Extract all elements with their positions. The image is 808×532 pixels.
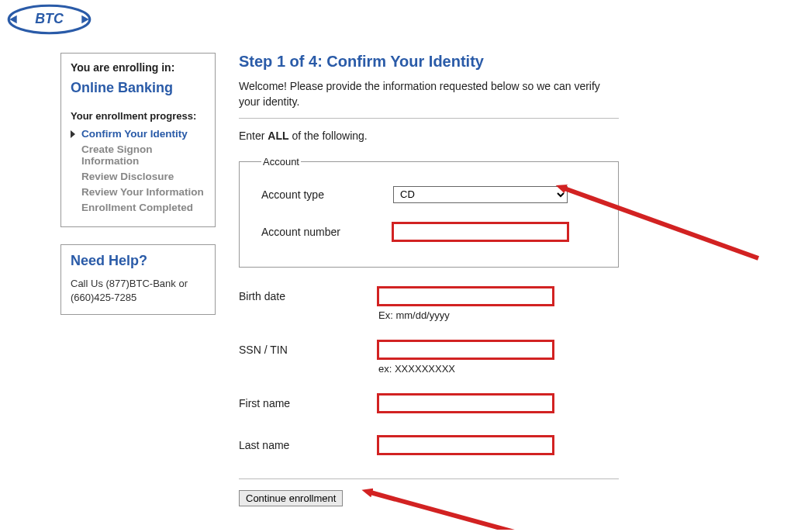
label-birth-date: Birth date — [239, 288, 378, 302]
divider-bottom — [239, 478, 619, 479]
enrolling-in-label: You are enrolling in: — [71, 61, 205, 74]
account-fieldset: Account Account type CD Account number — [239, 156, 619, 268]
enter-all-word: ALL — [268, 130, 288, 142]
need-help-box: Need Help? Call Us (877)BTC-Bank or (660… — [60, 244, 216, 315]
label-account-type: Account type — [261, 186, 393, 201]
logo-area: BTC — [0, 0, 808, 39]
btc-logo: BTC — [5, 3, 94, 36]
need-help-heading: Need Help? — [71, 253, 205, 269]
label-account-number: Account number — [261, 223, 393, 238]
label-ssn-tin: SSN / TIN — [239, 341, 378, 356]
svg-text:BTC: BTC — [35, 11, 64, 26]
highlight-birth-date — [378, 288, 553, 305]
step-confirm-identity: Confirm Your Identity — [71, 128, 205, 140]
highlight-account-number — [393, 223, 568, 240]
need-help-text: Call Us (877)BTC-Bank or (660)425-7285 — [71, 277, 205, 305]
highlight-ssn — [378, 341, 553, 358]
last-name-input[interactable] — [378, 437, 553, 454]
page-title: Step 1 of 4: Confirm Your Identity — [239, 53, 619, 71]
label-first-name: First name — [239, 395, 378, 409]
account-number-input[interactable] — [393, 223, 568, 240]
ssn-input[interactable] — [378, 341, 553, 358]
ssn-hint: ex: XXXXXXXXX — [378, 363, 553, 375]
highlight-last-name — [378, 437, 553, 454]
enter-suffix: of the following. — [289, 130, 368, 142]
welcome-text: Welcome! Please provide the information … — [239, 78, 619, 110]
enrollment-status-box: You are enrolling in: Online Banking You… — [60, 53, 216, 227]
progress-steps: Confirm Your Identity Create Signon Info… — [71, 128, 205, 213]
birth-date-input[interactable] — [378, 288, 553, 305]
account-type-select[interactable]: CD — [393, 186, 568, 203]
step-create-signon: Create Signon Information — [71, 143, 205, 167]
label-last-name: Last name — [239, 437, 378, 451]
enter-all-line: Enter ALL of the following. — [239, 130, 619, 142]
divider-top — [239, 118, 619, 119]
step-review-disclosure: Review Disclosure — [71, 171, 205, 182]
first-name-input[interactable] — [378, 395, 553, 412]
enter-prefix: Enter — [239, 130, 268, 142]
birth-date-hint: Ex: mm/dd/yyyy — [378, 309, 553, 321]
step-review-information: Review Your Information — [71, 186, 205, 198]
highlight-first-name — [378, 395, 553, 412]
progress-label: Your enrollment progress: — [71, 110, 205, 122]
account-legend: Account — [261, 156, 301, 168]
continue-enrollment-button[interactable]: Continue enrollment — [239, 490, 343, 506]
step-enrollment-completed: Enrollment Completed — [71, 202, 205, 213]
enrolling-title: Online Banking — [71, 80, 205, 96]
